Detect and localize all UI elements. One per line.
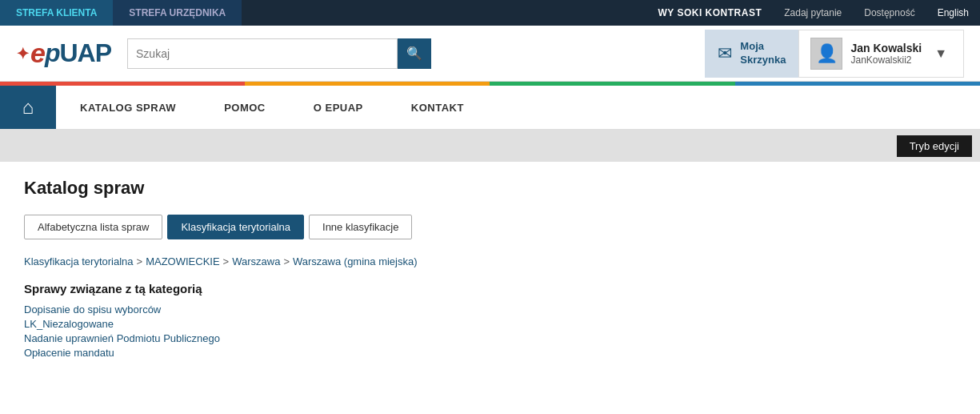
category-link-2[interactable]: Nadanie uprawnień Podmiotu Publicznego — [24, 332, 956, 344]
nav-item-pomoc[interactable]: POMOC — [200, 86, 290, 129]
breadcrumb-warszawa-gmina[interactable]: Warszawa (gmina miejska) — [293, 255, 418, 267]
envelope-icon: ✉ — [718, 43, 732, 64]
ask-question-link[interactable]: Zadaj pytanie — [773, 7, 853, 18]
nav-home-button[interactable]: ⌂ — [0, 86, 56, 129]
logo-uap: UAP — [59, 38, 111, 68]
category-link-1[interactable]: LK_Niezalogowane — [24, 318, 956, 330]
header-right: ✉ Moja Skrzynka 👤 Jan Kowalski JanKowals… — [705, 30, 964, 78]
edit-mode-button[interactable]: Tryb edycji — [897, 135, 972, 157]
logo-p: p — [45, 38, 60, 68]
header: ✦epUAP 🔍 ✉ Moja Skrzynka 👤 Jan Kowalski … — [0, 26, 980, 82]
top-bar: STREFA KLIENTA STREFA URZĘDNIKA WY SOKI … — [0, 0, 980, 26]
tab-alfabetyczna[interactable]: Alfabetyczna lista spraw — [24, 215, 162, 239]
user-dropdown-arrow[interactable]: ▼ — [930, 46, 952, 61]
nav-item-katalog-spraw[interactable]: KATALOG SPRAW — [56, 86, 200, 129]
breadcrumb-mazowieckie[interactable]: MAZOWIECKIE — [146, 255, 219, 267]
top-bar-tabs: STREFA KLIENTA STREFA URZĘDNIKA — [0, 0, 242, 26]
breadcrumb-sep-1: > — [137, 255, 143, 267]
nav-bar: ⌂ KATALOG SPRAW POMOC O ePUAP KONTAKT — [0, 86, 980, 130]
logo: ✦epUAP — [16, 38, 111, 69]
moja-label: Moja — [740, 40, 764, 52]
logo-e: e — [30, 38, 45, 69]
search-area: 🔍 — [127, 38, 431, 69]
breadcrumb: Klasyfikacja terytorialna > MAZOWIECKIE … — [24, 255, 956, 267]
avatar: 👤 — [810, 38, 842, 70]
tab-inne-klasyfikacje[interactable]: Inne klasyfikacje — [309, 215, 412, 239]
category-link-0[interactable]: Dopisanie do spisu wyborców — [24, 303, 956, 316]
nav-item-o-epuap[interactable]: O ePUAP — [290, 86, 387, 129]
category-links: Dopisanie do spisu wyborców LK_Niezalogo… — [24, 303, 956, 359]
user-name: Jan Kowalski — [850, 42, 922, 54]
home-icon: ⌂ — [22, 96, 34, 119]
classification-tabs: Alfabetyczna lista spraw Klasyfikacja te… — [24, 215, 956, 239]
edit-bar: Tryb edycji — [0, 130, 980, 162]
moja-skrzynka-button[interactable]: ✉ Moja Skrzynka — [705, 30, 798, 78]
logo-bird-icon: ✦ — [16, 44, 29, 63]
breadcrumb-warszawa[interactable]: Warszawa — [232, 255, 280, 267]
skrzynka-label: Skrzynka — [740, 54, 786, 66]
user-area: 👤 Jan Kowalski JanKowalskii2 ▼ — [798, 30, 964, 78]
logo-area[interactable]: ✦epUAP — [16, 38, 111, 69]
moja-skrzynka-text: Moja Skrzynka — [740, 40, 786, 67]
user-info: Jan Kowalski JanKowalskii2 — [850, 42, 922, 66]
breadcrumb-klasyfikacja[interactable]: Klasyfikacja terytorialna — [24, 255, 134, 267]
main-content: Katalog spraw Alfabetyczna lista spraw K… — [0, 162, 980, 391]
nav-item-kontakt[interactable]: KONTAKT — [387, 86, 488, 129]
top-bar-right: WY SOKI KONTRAST Zadaj pytanie Dostępnoś… — [646, 0, 980, 26]
nav-items: KATALOG SPRAW POMOC O ePUAP KONTAKT — [56, 86, 488, 129]
accessibility-link[interactable]: Dostępność — [853, 7, 926, 18]
search-button[interactable]: 🔍 — [398, 38, 431, 69]
breadcrumb-sep-2: > — [223, 255, 230, 267]
tab-strefa-urzednika[interactable]: STREFA URZĘDNIKA — [113, 0, 242, 26]
page-title: Katalog spraw — [24, 178, 956, 199]
content-area: Tryb edycji Katalog spraw Alfabetyczna l… — [0, 130, 980, 391]
category-link-3[interactable]: Opłacenie mandatu — [24, 347, 956, 359]
breadcrumb-sep-3: > — [283, 255, 290, 267]
search-icon: 🔍 — [406, 46, 422, 61]
tab-klasyfikacja-terytorialna[interactable]: Klasyfikacja terytorialna — [167, 215, 304, 239]
avatar-icon: 👤 — [816, 43, 838, 64]
tab-strefa-klienta[interactable]: STREFA KLIENTA — [0, 0, 113, 26]
category-title: Sprawy związane z tą kategorią — [24, 282, 956, 295]
english-link[interactable]: English — [926, 7, 980, 18]
contrast-button[interactable]: WY SOKI KONTRAST — [646, 7, 773, 18]
user-login: JanKowalskii2 — [850, 54, 922, 66]
search-input[interactable] — [127, 38, 398, 69]
category-section: Sprawy związane z tą kategorią Dopisanie… — [24, 282, 956, 359]
